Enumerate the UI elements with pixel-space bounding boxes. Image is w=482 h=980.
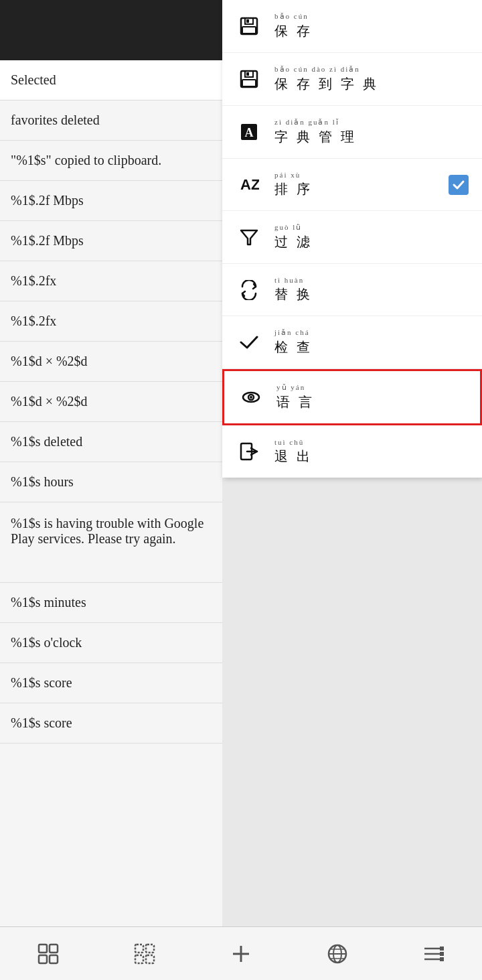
menu-item-save-to-dict[interactable]: bǎo cún dào zì diǎn保 存 到 字 典 — [222, 53, 482, 106]
menu-pinyin-dict-manage: zì diǎn guǎn lǐ — [274, 118, 469, 127]
svg-marker-11 — [241, 230, 257, 244]
eye-icon — [238, 384, 264, 411]
menu-pinyin-exit: tuì chū — [274, 438, 469, 446]
list-item[interactable]: %1$.2fx — [0, 261, 222, 301]
list-item[interactable]: %1$.2f Mbps — [0, 221, 222, 261]
menu-item-filter[interactable]: guò lǜ过 滤 — [222, 211, 482, 264]
svg-rect-2 — [242, 27, 256, 33]
dictionary-icon: A — [236, 119, 262, 145]
menu-pinyin-filter: guò lǜ — [274, 223, 469, 232]
menu-pinyin-save: bǎo cún — [274, 12, 469, 21]
filter-icon — [236, 224, 262, 251]
list-item[interactable]: %1$s is having trouble with Google Play … — [0, 502, 222, 583]
svg-rect-3 — [246, 19, 249, 23]
svg-rect-22 — [146, 944, 154, 953]
check-icon — [236, 329, 262, 356]
menu-chinese-exit: 退 出 — [274, 449, 313, 464]
menu-text-replace: tì huàn替 换 — [274, 276, 469, 303]
left-list: Selectedfavorites deleted"%1$s" copied t… — [0, 60, 222, 926]
grid-icon[interactable] — [31, 937, 65, 971]
menu-item-save[interactable]: bǎo cún保 存 — [222, 0, 482, 53]
list-item[interactable]: %1$s score — [0, 663, 222, 703]
menu-pinyin-sort: pái xù — [274, 171, 449, 179]
menu-text-language: yǔ yán语 言 — [276, 383, 467, 411]
svg-rect-20 — [50, 955, 58, 963]
list-item[interactable]: %1$s o'clock — [0, 623, 222, 663]
menu-chinese-dict-manage: 字 典 管 理 — [274, 129, 357, 144]
menu-pinyin-language: yǔ yán — [276, 383, 467, 392]
replace-icon — [236, 277, 262, 303]
svg-rect-37 — [440, 957, 444, 961]
plus-icon[interactable] — [224, 937, 258, 971]
bottom-bar — [0, 926, 482, 980]
list-item[interactable]: %1$d × %2$d — [0, 342, 222, 382]
svg-rect-18 — [50, 944, 58, 953]
svg-point-14 — [250, 396, 252, 399]
menu-chinese-language: 语 言 — [276, 395, 315, 409]
menu-chinese-save: 保 存 — [274, 23, 313, 38]
menu-chinese-check: 检 查 — [274, 340, 313, 354]
sort-icon: AZ — [236, 171, 262, 198]
menu-chinese-filter: 过 滤 — [274, 234, 313, 249]
menu-item-exit[interactable]: tuì chū退 出 — [222, 425, 482, 478]
svg-text:AZ: AZ — [240, 176, 259, 193]
svg-rect-36 — [440, 952, 444, 956]
menu-item-dict-manage[interactable]: A zì diǎn guǎn lǐ字 典 管 理 — [222, 106, 482, 159]
menu-chinese-sort: 排 序 — [274, 182, 313, 196]
list-item[interactable]: Selected — [0, 60, 222, 100]
menu-item-sort[interactable]: AZ pái xù排 序 — [222, 159, 482, 211]
svg-rect-21 — [135, 944, 143, 953]
menu-pinyin-check: jiǎn chá — [274, 328, 469, 337]
menu-chinese-save-to-dict: 保 存 到 字 典 — [274, 76, 379, 91]
menu-item-check[interactable]: jiǎn chá检 查 — [222, 316, 482, 369]
exit-icon — [236, 438, 262, 465]
menu-item-replace[interactable]: tì huàn替 换 — [222, 264, 482, 316]
svg-rect-7 — [246, 72, 249, 76]
svg-rect-6 — [242, 80, 256, 86]
save-icon — [236, 66, 262, 92]
grid-corner-icon[interactable] — [128, 937, 161, 971]
svg-rect-35 — [440, 947, 444, 951]
list-item[interactable]: "%1$s" copied to clipboard. — [0, 141, 222, 181]
menu-text-save: bǎo cún保 存 — [274, 12, 469, 40]
menu-text-dict-manage: zì diǎn guǎn lǐ字 典 管 理 — [274, 118, 469, 146]
menu-text-check: jiǎn chá检 查 — [274, 328, 469, 356]
svg-rect-23 — [135, 955, 143, 963]
list-item[interactable]: %1$d × %2$d — [0, 382, 222, 422]
menu-chinese-replace: 替 换 — [274, 287, 313, 301]
list-item[interactable]: %1$s minutes — [0, 583, 222, 623]
menu-text-save-to-dict: bǎo cún dào zì diǎn保 存 到 字 典 — [274, 65, 469, 93]
menu-text-exit: tuì chū退 出 — [274, 438, 469, 466]
save-icon — [236, 13, 262, 40]
list-item[interactable]: %1$.2f Mbps — [0, 181, 222, 221]
menu-checkmark-sort — [449, 175, 469, 195]
menu-text-sort: pái xù排 序 — [274, 171, 449, 198]
svg-rect-17 — [39, 944, 47, 953]
svg-rect-24 — [146, 955, 154, 963]
menu-text-filter: guò lǜ过 滤 — [274, 223, 469, 251]
list-item[interactable]: %1$s hours — [0, 462, 222, 502]
menu-pinyin-save-to-dict: bǎo cún dào zì diǎn — [274, 65, 469, 74]
lines-icon[interactable] — [417, 937, 451, 971]
list-item[interactable]: %1$s score — [0, 703, 222, 744]
svg-text:A: A — [245, 126, 254, 139]
menu-item-language[interactable]: yǔ yán语 言 — [222, 369, 482, 425]
list-item[interactable]: %1$s deleted — [0, 422, 222, 462]
svg-rect-19 — [39, 955, 47, 963]
list-item[interactable]: favorites deleted — [0, 100, 222, 141]
menu-pinyin-replace: tì huàn — [274, 276, 469, 284]
globe-icon[interactable] — [321, 937, 354, 971]
dropdown-menu: bǎo cún保 存 bǎo cún dào zì diǎn保 存 到 字 典 … — [222, 0, 482, 478]
list-item[interactable]: %1$.2fx — [0, 301, 222, 342]
